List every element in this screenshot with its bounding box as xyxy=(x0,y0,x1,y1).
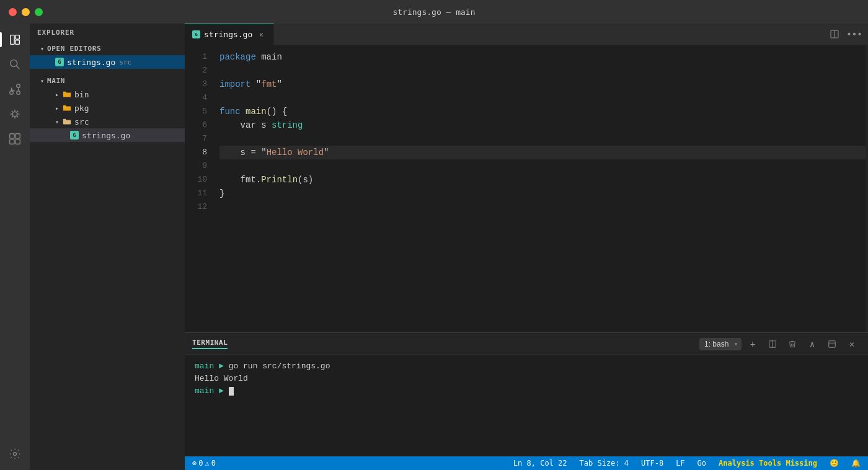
warning-icon: ⚠ xyxy=(205,459,209,468)
settings-button[interactable] xyxy=(4,443,26,465)
status-right: Ln 8, Col 22 Tab Size: 4 UTF-8 LF Go Ana… xyxy=(506,456,868,470)
code-editor[interactable]: 1 2 3 4 5 6 7 8 9 10 11 12 package main … xyxy=(185,45,868,332)
open-file-strings-go[interactable]: ▸ G strings.go src xyxy=(30,55,185,69)
source-control-icon xyxy=(8,82,22,96)
kill-terminal-button[interactable] xyxy=(784,335,801,353)
open-editors-section[interactable]: ▾ OPEN EDITORS xyxy=(30,42,185,55)
sidebar-item-debug[interactable] xyxy=(4,103,26,125)
maximize-button[interactable] xyxy=(35,8,43,16)
status-encoding[interactable]: UTF-8 xyxy=(639,456,666,470)
sidebar-item-extensions[interactable] xyxy=(4,128,26,150)
shell-select-wrap[interactable]: 1: bash 2: zsh 3: sh xyxy=(699,338,742,350)
code-line-2 xyxy=(219,64,866,78)
code-line-9 xyxy=(219,159,866,173)
window-controls xyxy=(9,8,43,16)
split-editor-button[interactable] xyxy=(826,25,843,43)
pkg-arrow: ▸ xyxy=(52,103,62,113)
folder-icon xyxy=(62,89,72,99)
tab-size-label: Tab Size: 4 xyxy=(580,459,629,468)
status-analysis-tools[interactable]: Analysis Tools Missing xyxy=(716,456,820,470)
minimize-button[interactable] xyxy=(22,8,30,16)
sidebar-item-source-control[interactable] xyxy=(4,78,26,100)
toggle-up-button[interactable]: ∧ xyxy=(804,335,821,353)
code-content[interactable]: package main import "fmt" func main() { … xyxy=(215,45,866,332)
tab-filename: strings.go xyxy=(204,30,252,39)
strings-go-file[interactable]: ▸ G strings.go xyxy=(30,128,185,142)
maximize-panel-button[interactable] xyxy=(823,335,841,353)
debug-icon xyxy=(8,107,22,121)
svg-rect-27 xyxy=(829,340,836,347)
position-label: Ln 8, Col 22 xyxy=(513,459,567,468)
file-badge: src xyxy=(119,58,131,66)
status-errors[interactable]: ⊗ 0 ⚠ 0 xyxy=(190,456,218,470)
svg-point-3 xyxy=(11,60,17,67)
close-panel-button[interactable]: × xyxy=(843,335,861,353)
error-count: 0 xyxy=(198,459,203,468)
code-line-8: s = "Hello World" xyxy=(219,146,866,159)
activity-bar xyxy=(0,24,30,470)
svg-line-14 xyxy=(12,111,14,113)
code-line-6: var s string xyxy=(219,118,866,132)
code-line-5: func main() { xyxy=(219,105,866,118)
code-line-12 xyxy=(219,200,866,214)
shell-select[interactable]: 1: bash 2: zsh 3: sh xyxy=(699,338,742,350)
tab-close-button[interactable]: × xyxy=(256,30,266,40)
status-tab-size[interactable]: Tab Size: 4 xyxy=(577,456,631,470)
encoding-label: UTF-8 xyxy=(641,459,663,468)
svg-line-4 xyxy=(16,66,19,69)
svg-rect-20 xyxy=(10,140,14,144)
terminal-cursor xyxy=(229,387,234,396)
sidebar-item-explorer[interactable] xyxy=(4,29,26,51)
terminal-container: TERMINAL 1: bash 2: zsh 3: sh + xyxy=(185,332,868,456)
tab-actions: ••• xyxy=(821,25,868,43)
sidebar: Explorer ▾ OPEN EDITORS ▸ G strings.go s… xyxy=(30,24,185,470)
output-1: Hello World xyxy=(195,374,248,383)
sidebar-item-search[interactable] xyxy=(4,53,26,76)
status-line-ending[interactable]: LF xyxy=(673,456,687,470)
split-terminal-button[interactable] xyxy=(764,335,781,353)
tab-file-icon: G xyxy=(192,30,200,38)
terminal-body[interactable]: main ► go run src/strings.go Hello World… xyxy=(185,355,868,456)
code-line-10: fmt.Println(s) xyxy=(219,173,866,187)
prompt-1: main ► xyxy=(195,361,224,371)
cmd-1: go run src/strings.go xyxy=(229,361,330,371)
terminal-line-1: main ► go run src/strings.go xyxy=(195,360,858,373)
more-actions-button[interactable]: ••• xyxy=(846,25,863,43)
settings-icon xyxy=(9,448,21,460)
main-layout: Explorer ▾ OPEN EDITORS ▸ G strings.go s… xyxy=(0,24,868,470)
line-numbers: 1 2 3 4 5 6 7 8 9 10 11 12 xyxy=(185,45,215,332)
svg-rect-19 xyxy=(16,134,20,138)
src-label: src xyxy=(74,117,89,126)
src-folder[interactable]: ▾ src xyxy=(30,115,185,128)
strings-go-icon: G xyxy=(69,130,79,140)
main-folder-section[interactable]: ▾ MAIN xyxy=(30,74,185,87)
new-terminal-button[interactable]: + xyxy=(744,335,761,353)
bin-arrow: ▸ xyxy=(52,89,62,99)
status-language[interactable]: Go xyxy=(695,456,709,470)
status-smiley[interactable]: 🙂 xyxy=(827,456,841,470)
main-folder-arrow: ▾ xyxy=(37,76,47,86)
svg-rect-18 xyxy=(10,134,14,138)
svg-rect-1 xyxy=(16,35,19,39)
main-folder-label: MAIN xyxy=(47,77,65,85)
bin-folder[interactable]: ▸ bin xyxy=(30,87,185,101)
bell-icon: 🔔 xyxy=(851,459,861,468)
open-editors-arrow: ▾ xyxy=(37,43,47,53)
code-line-3: import "fmt" xyxy=(219,78,866,91)
svg-line-16 xyxy=(17,111,19,113)
svg-point-5 xyxy=(10,91,14,95)
error-icon: ⊗ xyxy=(192,459,197,468)
terminal-tab[interactable]: TERMINAL xyxy=(192,339,228,349)
pkg-folder[interactable]: ▸ pkg xyxy=(30,101,185,115)
explorer-header: Explorer xyxy=(30,24,185,42)
close-button[interactable] xyxy=(9,8,17,16)
bin-label: bin xyxy=(74,90,89,99)
status-position[interactable]: Ln 8, Col 22 xyxy=(511,456,570,470)
code-line-7 xyxy=(219,132,866,146)
svg-point-7 xyxy=(17,91,20,95)
svg-line-15 xyxy=(17,116,19,118)
window-title: strings.go — main xyxy=(392,7,475,17)
minimap xyxy=(866,45,868,332)
tab-strings-go[interactable]: G strings.go × xyxy=(185,24,274,45)
status-notifications[interactable]: 🔔 xyxy=(849,456,863,470)
